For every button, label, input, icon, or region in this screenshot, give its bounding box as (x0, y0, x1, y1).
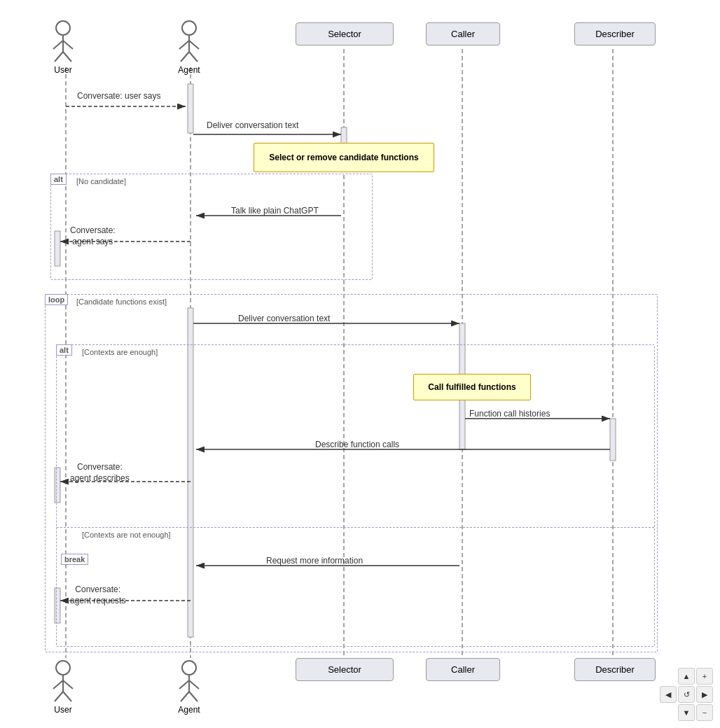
svg-line-47 (189, 692, 198, 701)
nav-right-btn[interactable]: ▶ (696, 686, 713, 703)
svg-line-35 (189, 52, 198, 62)
actor-caller-top: Caller (426, 22, 500, 46)
actor-describer-top-label: Describer (595, 29, 635, 39)
note-select: Select or remove candidate functions (254, 143, 434, 172)
actor-caller-bot-label: Caller (451, 664, 475, 675)
fragment-loop1-label: loop (45, 294, 68, 305)
nav-zoom-out-btn[interactable]: − (696, 704, 713, 721)
nav-left-btn[interactable]: ◀ (660, 686, 677, 703)
msg1-label: Conversate: user says (77, 91, 160, 101)
actor-user-bot: User (49, 658, 77, 715)
fragment-alt2-cond1: [Contexts are enough] (82, 348, 158, 356)
svg-line-34 (181, 52, 189, 62)
svg-line-45 (189, 680, 199, 689)
svg-line-39 (63, 680, 73, 689)
actor-agent-top: Agent (175, 18, 203, 75)
actor-user-top: User (49, 18, 77, 75)
fragment-alt2-cond2: [Contexts are not enough] (82, 531, 171, 539)
svg-line-28 (55, 52, 63, 62)
svg-line-40 (55, 692, 63, 701)
actor-agent-bot: Agent (175, 658, 203, 715)
msg2-label: Deliver conversation text (207, 120, 298, 130)
actor-describer-top: Describer (574, 22, 656, 46)
actor-agent-bot-label: Agent (175, 705, 203, 715)
svg-rect-6 (188, 84, 193, 133)
svg-line-41 (63, 692, 71, 701)
note-call: Call fulfilled functions (413, 374, 531, 400)
nav-zoom-in-btn[interactable]: + (696, 668, 713, 685)
fragment-loop1-cond: [Candidate functions exist] (76, 298, 167, 306)
svg-point-42 (182, 661, 196, 675)
actor-agent-top-label: Agent (175, 65, 203, 75)
svg-line-33 (189, 41, 199, 49)
break-label: break (61, 554, 88, 565)
fragment-alt2-label: alt (56, 344, 72, 356)
svg-line-44 (179, 680, 189, 689)
svg-line-46 (181, 692, 189, 701)
svg-line-27 (63, 41, 73, 49)
actor-describer-bot-label: Describer (595, 664, 635, 675)
nav-down-btn[interactable]: ▼ (678, 704, 695, 721)
actor-user-top-label: User (49, 65, 77, 75)
actor-selector-top: Selector (296, 22, 394, 46)
actor-selector-top-label: Selector (328, 29, 361, 39)
actor-describer-bot: Describer (574, 658, 656, 681)
svg-point-24 (56, 21, 70, 35)
fragment-alt2: alt [Contexts are enough] [Contexts are … (56, 344, 655, 647)
fragment-alt1: alt [No candidate] (50, 174, 373, 280)
nav-up-btn[interactable]: ▲ (678, 668, 695, 685)
nav-reset-btn[interactable]: ↺ (678, 686, 695, 703)
fragment-alt1-cond: [No candidate] (76, 177, 126, 186)
svg-line-38 (53, 680, 63, 689)
fragment-alt1-label: alt (50, 174, 67, 185)
diagram-container: User Agent Selector Caller Describer Con… (0, 0, 720, 728)
actor-caller-top-label: Caller (451, 29, 475, 39)
svg-point-30 (182, 21, 196, 35)
svg-line-29 (63, 52, 71, 62)
nav-controls: ▲ + ◀ ↺ ▶ ▼ − (660, 668, 713, 721)
svg-line-26 (53, 41, 63, 49)
svg-point-36 (56, 661, 70, 675)
actor-caller-bot: Caller (426, 658, 500, 681)
actor-user-bot-label: User (49, 705, 77, 715)
svg-line-32 (179, 41, 189, 49)
actor-selector-bot-label: Selector (328, 664, 361, 675)
actor-selector-bot: Selector (296, 658, 394, 681)
